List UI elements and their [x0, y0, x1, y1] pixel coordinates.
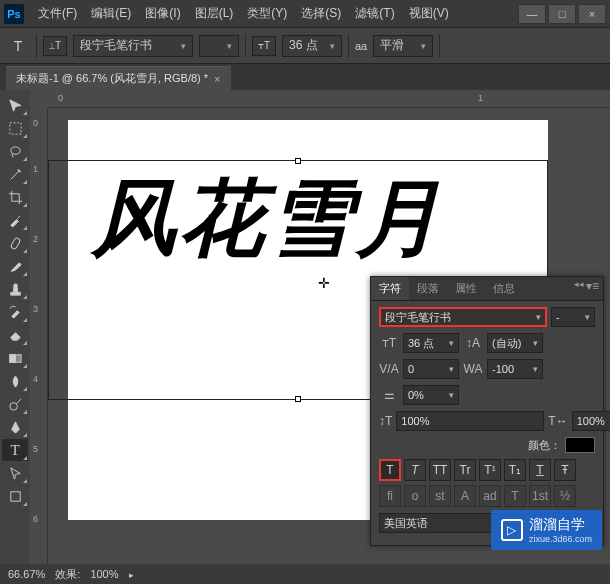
- document-tab[interactable]: 未标题-1 @ 66.7% (风花雪月, RGB/8) * ×: [6, 66, 231, 90]
- status-more-icon[interactable]: [129, 568, 134, 580]
- text-color-swatch[interactable]: [565, 437, 595, 453]
- menu-select[interactable]: 选择(S): [295, 2, 347, 25]
- brush-tool[interactable]: [2, 255, 28, 277]
- divider: [36, 34, 37, 58]
- app-logo: Ps: [4, 4, 24, 24]
- smallcaps-button[interactable]: Tr: [454, 459, 476, 481]
- scale-icon: ⚌: [379, 388, 399, 402]
- superscript-button[interactable]: T¹: [479, 459, 501, 481]
- stylistic-alt-button[interactable]: ad: [479, 485, 501, 507]
- titling-alt-button[interactable]: T: [504, 485, 526, 507]
- status-efficiency-value: 100%: [90, 568, 118, 580]
- ruler-vertical[interactable]: 0 1 2 3 4 5 6: [30, 108, 48, 564]
- tools-panel: T: [0, 90, 30, 564]
- font-size-icon: ᴛT: [379, 336, 399, 350]
- type-tool[interactable]: T: [2, 439, 28, 461]
- color-label: 颜色：: [528, 438, 561, 453]
- window-maximize-button[interactable]: □: [548, 4, 576, 24]
- subscript-button[interactable]: T₁: [504, 459, 526, 481]
- font-style-dropdown[interactable]: [199, 35, 239, 57]
- menu-filter[interactable]: 滤镜(T): [349, 2, 400, 25]
- crop-tool[interactable]: [2, 186, 28, 208]
- window-minimize-button[interactable]: —: [518, 4, 546, 24]
- zoom-level[interactable]: 66.67%: [8, 568, 45, 580]
- menu-layer[interactable]: 图层(L): [189, 2, 240, 25]
- path-select-tool[interactable]: [2, 462, 28, 484]
- tab-paragraph[interactable]: 段落: [409, 277, 447, 300]
- svg-rect-2: [10, 237, 20, 250]
- font-size-dropdown[interactable]: 36 点: [282, 35, 342, 57]
- panel-font-size-input[interactable]: 36 点: [403, 333, 459, 353]
- blur-tool[interactable]: [2, 370, 28, 392]
- horizontal-scale-icon: T↔: [548, 414, 567, 428]
- document-tab-bar: 未标题-1 @ 66.7% (风花雪月, RGB/8) * ×: [0, 64, 610, 90]
- menu-view[interactable]: 视图(V): [403, 2, 455, 25]
- ruler-horizontal[interactable]: 0 1: [48, 90, 610, 108]
- tracking-icon: WA: [463, 362, 483, 376]
- panel-collapse-icon[interactable]: ◂◂: [574, 279, 584, 293]
- divider: [439, 34, 440, 58]
- leading-icon: ↕A: [463, 336, 483, 350]
- ordinals-button[interactable]: 1st: [529, 485, 551, 507]
- menu-file[interactable]: 文件(F): [32, 2, 83, 25]
- faux-bold-button[interactable]: T: [379, 459, 401, 481]
- dodge-tool[interactable]: [2, 393, 28, 415]
- lasso-tool[interactable]: [2, 140, 28, 162]
- anti-alias-dropdown[interactable]: 平滑: [373, 35, 433, 57]
- close-tab-icon[interactable]: ×: [214, 73, 220, 85]
- history-brush-tool[interactable]: [2, 301, 28, 323]
- move-tool[interactable]: [2, 94, 28, 116]
- panel-font-family-dropdown[interactable]: 段宁毛笔行书: [379, 307, 547, 327]
- tab-properties[interactable]: 属性: [447, 277, 485, 300]
- marquee-tool[interactable]: [2, 117, 28, 139]
- menu-edit[interactable]: 编辑(E): [85, 2, 137, 25]
- tab-character[interactable]: 字符: [371, 277, 409, 300]
- shape-tool[interactable]: [2, 485, 28, 507]
- pen-tool[interactable]: [2, 416, 28, 438]
- eyedropper-tool[interactable]: [2, 209, 28, 231]
- divider: [245, 34, 246, 58]
- watermark: ▷ 溜溜自学 zixue.3d66.com: [491, 510, 602, 550]
- gradient-tool[interactable]: [2, 347, 28, 369]
- panel-scale-input[interactable]: 0%: [403, 385, 459, 405]
- panel-hscale-input[interactable]: [572, 411, 610, 431]
- panel-tracking-input[interactable]: -100: [487, 359, 543, 379]
- swash-button[interactable]: A: [454, 485, 476, 507]
- contextual-alt-button[interactable]: o: [404, 485, 426, 507]
- font-family-dropdown[interactable]: 段宁毛笔行书: [73, 35, 193, 57]
- play-icon: ▷: [501, 519, 523, 541]
- menu-type[interactable]: 类型(Y): [241, 2, 293, 25]
- panel-vscale-input[interactable]: [396, 411, 544, 431]
- faux-italic-button[interactable]: T: [404, 459, 426, 481]
- allcaps-button[interactable]: TT: [429, 459, 451, 481]
- panel-font-style-dropdown[interactable]: -: [551, 307, 595, 327]
- menu-bar: 文件(F) 编辑(E) 图像(I) 图层(L) 类型(Y) 选择(S) 滤镜(T…: [32, 2, 455, 25]
- panel-leading-input[interactable]: (自动): [487, 333, 543, 353]
- anchor-point-icon[interactable]: ✛: [318, 275, 330, 291]
- menu-image[interactable]: 图像(I): [139, 2, 186, 25]
- document-tab-title: 未标题-1 @ 66.7% (风花雪月, RGB/8) *: [16, 71, 208, 86]
- anti-alias-label: aa: [355, 40, 367, 52]
- strikethrough-button[interactable]: Ŧ: [554, 459, 576, 481]
- svg-point-8: [9, 402, 17, 410]
- eraser-tool[interactable]: [2, 324, 28, 346]
- svg-rect-4: [13, 287, 17, 292]
- text-orientation-button[interactable]: ⟂T: [43, 36, 67, 56]
- underline-button[interactable]: T: [529, 459, 551, 481]
- options-bar: T ⟂T 段宁毛笔行书 ᴛT 36 点 aa 平滑: [0, 28, 610, 64]
- stamp-tool[interactable]: [2, 278, 28, 300]
- svg-point-5: [13, 283, 17, 287]
- wand-tool[interactable]: [2, 163, 28, 185]
- fractions-button[interactable]: ½: [554, 485, 576, 507]
- discretionary-lig-button[interactable]: st: [429, 485, 451, 507]
- ligatures-button[interactable]: fi: [379, 485, 401, 507]
- tab-info[interactable]: 信息: [485, 277, 523, 300]
- status-efficiency-label: 效果:: [55, 567, 80, 582]
- svg-rect-7: [9, 354, 15, 362]
- window-close-button[interactable]: ×: [578, 4, 606, 24]
- tool-preset-indicator[interactable]: T: [6, 34, 30, 58]
- panel-kerning-input[interactable]: 0: [403, 359, 459, 379]
- divider: [348, 34, 349, 58]
- healing-tool[interactable]: [2, 232, 28, 254]
- panel-menu-icon[interactable]: ▾≡: [586, 279, 599, 293]
